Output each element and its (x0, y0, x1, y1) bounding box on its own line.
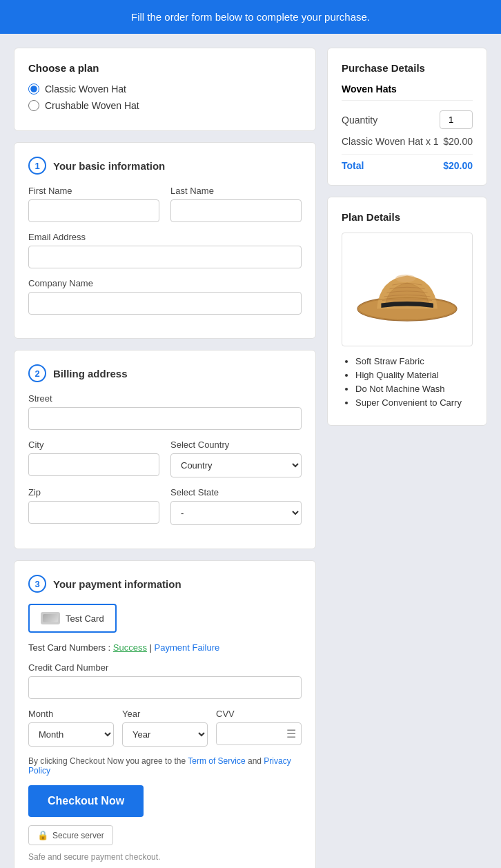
feature-3: Do Not Machine Wash (355, 384, 473, 394)
test-success-link[interactable]: Success (113, 642, 147, 653)
cc-number-input[interactable] (28, 676, 302, 699)
billing-title: Billing address (53, 368, 128, 379)
tos-link[interactable]: Term of Service (188, 756, 245, 766)
choose-plan-card: Choose a plan Classic Woven Hat Crushabl… (14, 48, 316, 131)
month-label: Month (28, 709, 114, 719)
city-country-row: City Select Country Country United State… (28, 440, 302, 477)
secure-badge: 🔒 Secure server (28, 825, 113, 845)
purchase-details-title: Purchase Details (342, 62, 473, 74)
billing-card: 2 Billing address Street City Select Cou… (14, 350, 316, 549)
billing-step: 2 (28, 364, 46, 382)
quantity-label: Quantity (342, 115, 377, 126)
right-column: Purchase Details Woven Hats Quantity Cla… (327, 48, 487, 868)
quantity-input[interactable] (440, 110, 473, 129)
cvv-label: CVV (216, 709, 302, 719)
plan-details-title: Plan Details (342, 211, 473, 223)
plan-radio-crushable[interactable] (28, 100, 39, 111)
zip-input[interactable] (28, 501, 159, 524)
basic-info-title: Your basic information (53, 160, 165, 172)
hat-image (352, 239, 462, 339)
test-card-label: Test Card (66, 613, 104, 624)
svg-point-3 (395, 275, 415, 282)
year-group: Year Year 2024202520262027 (122, 709, 208, 747)
basic-info-step: 1 (28, 157, 46, 175)
company-label: Company Name (28, 278, 302, 288)
hat-image-container (342, 233, 473, 346)
test-card-button[interactable]: Test Card (28, 604, 117, 633)
quantity-row: Quantity (342, 110, 473, 129)
plan-option-classic[interactable]: Classic Woven Hat (28, 83, 302, 95)
year-label: Year (122, 709, 208, 719)
secure-label: Secure server (52, 831, 104, 840)
payment-card: 3 Your payment information Test Card Tes… (14, 560, 316, 868)
top-banner: Fill the order form below to complete yo… (0, 0, 501, 34)
total-label: Total (342, 160, 364, 171)
city-input[interactable] (28, 453, 159, 476)
company-input[interactable] (28, 292, 302, 315)
total-amount: $20.00 (443, 160, 473, 171)
company-group: Company Name (28, 278, 302, 315)
street-input[interactable] (28, 407, 302, 430)
name-row: First Name Last Name (28, 186, 302, 222)
test-numbers-prefix: Test Card Numbers : (28, 642, 110, 653)
cvv-wrapper: ☰ (216, 722, 302, 745)
street-group: Street (28, 393, 302, 430)
company-row: Company Name (28, 278, 302, 315)
agree-prefix: By clicking Checkout Now you agree to th… (28, 756, 186, 766)
month-select[interactable]: Month 01020304 05060708 09101112 (28, 722, 114, 747)
total-row: Total $20.00 (342, 154, 473, 171)
checkout-button[interactable]: Checkout Now (28, 785, 144, 817)
plan-label-crushable: Crushable Woven Hat (45, 100, 139, 111)
year-select[interactable]: Year 2024202520262027 (122, 722, 208, 747)
purchase-details-card: Purchase Details Woven Hats Quantity Cla… (327, 48, 487, 186)
item-label: Classic Woven Hat x 1 (342, 136, 439, 147)
city-group: City (28, 440, 159, 477)
state-label: Select State (170, 487, 302, 497)
state-group: Select State - California New York Texas (170, 487, 302, 525)
payment-title: Your payment information (53, 578, 181, 590)
zip-label: Zip (28, 487, 159, 497)
left-column: Choose a plan Classic Woven Hat Crushabl… (14, 48, 316, 868)
last-name-input[interactable] (170, 199, 302, 222)
payment-step: 3 (28, 575, 46, 593)
country-group: Select Country Country United States Uni… (170, 440, 302, 477)
street-row: Street (28, 393, 302, 430)
choose-plan-title: Choose a plan (28, 62, 302, 74)
email-input[interactable] (28, 246, 302, 268)
features-list: Soft Straw Fabric High Quality Material … (342, 356, 473, 408)
test-failure-link[interactable]: Payment Failure (155, 642, 220, 653)
item-price-row: Classic Woven Hat x 1 $20.00 (342, 136, 473, 147)
lock-icon: 🔒 (37, 830, 48, 840)
basic-info-card: 1 Your basic information First Name Last… (14, 142, 316, 339)
plan-radio-classic[interactable] (28, 83, 39, 95)
state-select[interactable]: - California New York Texas (170, 501, 302, 525)
feature-2: High Quality Material (355, 370, 473, 380)
product-name: Woven Hats (342, 83, 473, 101)
country-label: Select Country (170, 440, 302, 450)
email-label: Email Address (28, 232, 302, 242)
first-name-input[interactable] (28, 199, 159, 222)
country-select[interactable]: Country United States United Kingdom Can… (170, 453, 302, 477)
last-name-group: Last Name (170, 186, 302, 222)
city-label: City (28, 440, 159, 450)
last-name-label: Last Name (170, 186, 302, 196)
month-year-cvv-row: Month Month 01020304 05060708 09101112 Y… (28, 709, 302, 747)
billing-header: 2 Billing address (28, 364, 302, 382)
test-numbers-row: Test Card Numbers : Success | Payment Fa… (28, 642, 302, 653)
safe-text: Safe and secure payment checkout. (28, 852, 302, 862)
payment-header: 3 Your payment information (28, 575, 302, 593)
plan-option-crushable[interactable]: Crushable Woven Hat (28, 100, 302, 111)
feature-1: Soft Straw Fabric (355, 356, 473, 366)
cc-group: Credit Card Number (28, 662, 302, 699)
plan-details-card: Plan Details (327, 197, 487, 426)
first-name-group: First Name (28, 186, 159, 222)
cc-label: Credit Card Number (28, 662, 302, 673)
cvv-card-icon: ☰ (286, 727, 296, 740)
month-group: Month Month 01020304 05060708 09101112 (28, 709, 114, 747)
zip-group: Zip (28, 487, 159, 525)
plan-label-classic: Classic Woven Hat (45, 83, 126, 95)
zip-state-row: Zip Select State - California New York T… (28, 487, 302, 525)
cc-row: Credit Card Number (28, 662, 302, 699)
agree-mid: and (248, 756, 262, 766)
first-name-label: First Name (28, 186, 159, 196)
